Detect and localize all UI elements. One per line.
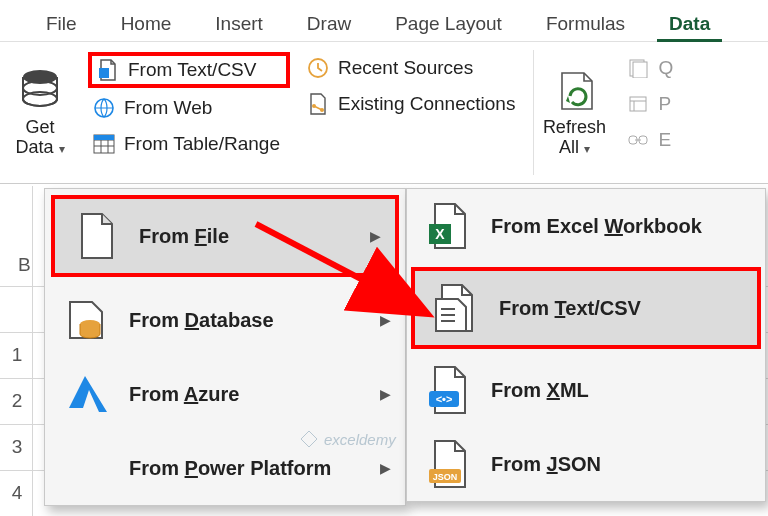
textcsv-file-icon	[433, 285, 479, 331]
refresh-icon	[551, 68, 597, 114]
svg-text:JSON: JSON	[433, 472, 458, 482]
tab-data[interactable]: Data	[647, 5, 732, 41]
fromfile-submenu: X From Excel Workbook From Text/CSV <•> …	[406, 188, 766, 502]
tab-draw[interactable]: Draw	[285, 5, 373, 41]
row-header-3[interactable]: 3	[6, 436, 28, 458]
json-file-icon: JSON	[425, 441, 471, 487]
submenu-text-csv[interactable]: From Text/CSV	[411, 267, 761, 349]
row-header-4[interactable]: 4	[6, 482, 28, 504]
submenu-json-label: From JSON	[491, 453, 601, 476]
database-folder-icon	[63, 297, 109, 343]
tab-insert[interactable]: Insert	[193, 5, 285, 41]
queries-label: Q	[658, 57, 673, 79]
properties-icon	[626, 92, 650, 116]
excel-file-icon: X	[425, 203, 471, 249]
tab-file[interactable]: File	[24, 5, 99, 41]
get-data-label-1: Get	[25, 118, 54, 138]
existing-connections-label: Existing Connections	[338, 93, 515, 115]
queries-icon	[626, 56, 650, 80]
ribbon-tabs: File Home Insert Draw Page Layout Formul…	[0, 0, 768, 42]
menu-from-database[interactable]: From Database ▶	[45, 283, 405, 357]
textcsv-icon	[96, 58, 120, 82]
from-table-range-button[interactable]: From Table/Range	[88, 128, 290, 160]
svg-text:X: X	[435, 226, 445, 242]
svg-rect-11	[633, 62, 647, 78]
azure-icon	[63, 371, 109, 417]
recent-sources-button[interactable]: Recent Sources	[302, 52, 525, 84]
table-icon	[92, 132, 116, 156]
menu-from-database-label: From Database	[129, 309, 274, 332]
submenu-xml-label: From XML	[491, 379, 589, 402]
svg-rect-12	[630, 97, 646, 111]
row-header-2[interactable]: 2	[6, 390, 28, 412]
chevron-right-icon: ▶	[380, 386, 391, 402]
gridline	[32, 186, 33, 516]
from-text-csv-button[interactable]: From Text/CSV	[88, 52, 290, 88]
menu-from-azure[interactable]: From Azure ▶	[45, 357, 405, 431]
refresh-label-1: Refresh	[543, 118, 606, 138]
chevron-right-icon: ▶	[370, 228, 381, 244]
recent-icon	[306, 56, 330, 80]
svg-rect-6	[94, 135, 114, 140]
file-icon	[73, 213, 119, 259]
globe-icon	[92, 96, 116, 120]
tab-formulas[interactable]: Formulas	[524, 5, 647, 41]
row-header-1[interactable]: 1	[6, 344, 28, 366]
submenu-excel-workbook[interactable]: X From Excel Workbook	[407, 189, 765, 263]
xml-file-icon: <•>	[425, 367, 471, 413]
chevron-right-icon: ▶	[380, 312, 391, 328]
from-table-range-label: From Table/Range	[124, 133, 280, 155]
chevron-right-icon: ▶	[380, 460, 391, 476]
getdata-menu: From File ▶ From Database ▶ From Azure ▶…	[44, 188, 406, 506]
svg-rect-3	[99, 68, 109, 78]
existing-connections-button[interactable]: Existing Connections	[302, 88, 525, 120]
get-data-button[interactable]: Get Data ▾	[4, 48, 76, 177]
editlinks-button[interactable]: E	[622, 124, 683, 156]
menu-from-azure-label: From Azure	[129, 383, 239, 406]
menu-from-file-label: From File	[139, 225, 229, 248]
submenu-xml[interactable]: <•> From XML	[407, 353, 765, 427]
editlinks-icon	[626, 128, 650, 152]
properties-button[interactable]: P	[622, 88, 683, 120]
menu-from-power-platform[interactable]: From Power Platform ▶	[45, 431, 405, 505]
refresh-all-button[interactable]: Refresh All ▾	[538, 48, 610, 177]
from-web-button[interactable]: From Web	[88, 92, 290, 124]
tab-home[interactable]: Home	[99, 5, 194, 41]
submenu-textcsv-label: From Text/CSV	[499, 297, 641, 320]
from-text-csv-label: From Text/CSV	[128, 59, 256, 81]
queries-button[interactable]: Q	[622, 52, 683, 84]
column-header-b[interactable]: B	[18, 254, 31, 276]
recent-sources-label: Recent Sources	[338, 57, 473, 79]
get-data-label-2: Data ▾	[15, 138, 64, 158]
submenu-excel-label: From Excel Workbook	[491, 215, 702, 238]
menu-from-power-label: From Power Platform	[129, 457, 331, 480]
tab-pagelayout[interactable]: Page Layout	[373, 5, 524, 41]
properties-label: P	[658, 93, 671, 115]
svg-text:<•>: <•>	[436, 393, 453, 405]
refresh-label-2: All ▾	[559, 138, 590, 158]
submenu-json[interactable]: JSON From JSON	[407, 427, 765, 501]
ribbon-content: Get Data ▾ From Text/CSV From Web	[0, 42, 768, 184]
connections-icon	[306, 92, 330, 116]
editlinks-label: E	[658, 129, 671, 151]
menu-from-file[interactable]: From File ▶	[51, 195, 399, 277]
from-web-label: From Web	[124, 97, 212, 119]
database-icon	[17, 68, 63, 114]
